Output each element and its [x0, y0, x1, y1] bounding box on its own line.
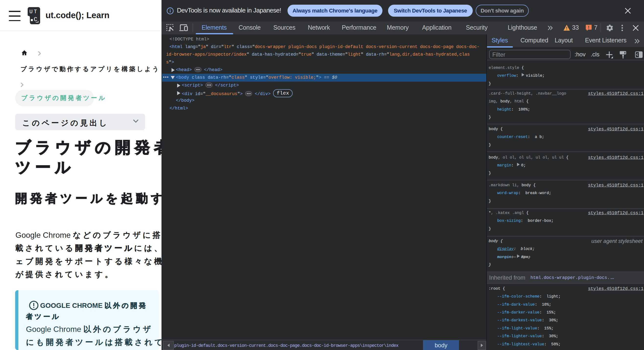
svg-text:T: T	[34, 9, 37, 15]
svg-text:U: U	[29, 9, 32, 15]
svg-text:C: C	[34, 16, 37, 23]
